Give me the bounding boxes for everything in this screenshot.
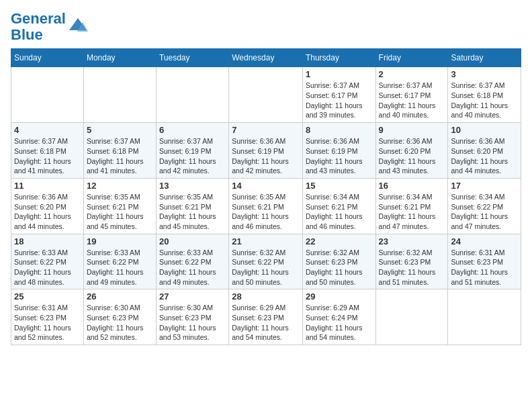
day-info: Sunrise: 6:36 AM Sunset: 6:20 PM Dayligh… [451,136,518,176]
day-number: 4 [14,125,81,135]
day-info: Sunrise: 6:30 AM Sunset: 6:23 PM Dayligh… [87,303,153,342]
calendar-week-row: 11Sunrise: 6:36 AM Sunset: 6:20 PM Dayli… [11,178,521,234]
day-number: 26 [87,291,153,302]
day-number: 2 [379,69,445,79]
day-of-week-header: Wednesday [229,49,303,67]
calendar-cell: 11Sunrise: 6:36 AM Sunset: 6:20 PM Dayli… [11,178,84,234]
calendar-cell: 15Sunrise: 6:34 AM Sunset: 6:21 PM Dayli… [302,178,375,234]
day-of-week-header: Saturday [448,49,521,67]
day-number: 5 [87,125,153,135]
day-number: 29 [306,291,373,302]
calendar-week-row: 1Sunrise: 6:37 AM Sunset: 6:17 PM Daylig… [11,67,521,123]
day-number: 3 [451,69,518,79]
day-info: Sunrise: 6:33 AM Sunset: 6:22 PM Dayligh… [87,248,153,287]
calendar-cell: 8Sunrise: 6:36 AM Sunset: 6:19 PM Daylig… [302,123,375,179]
logo-text: General Blue [11,11,66,43]
calendar-cell: 24Sunrise: 6:31 AM Sunset: 6:23 PM Dayli… [448,234,521,289]
day-info: Sunrise: 6:31 AM Sunset: 6:23 PM Dayligh… [14,303,81,342]
day-number: 6 [159,125,226,135]
calendar-cell: 21Sunrise: 6:32 AM Sunset: 6:22 PM Dayli… [229,234,303,289]
day-number: 9 [379,125,445,135]
day-info: Sunrise: 6:32 AM Sunset: 6:23 PM Dayligh… [306,248,373,287]
day-info: Sunrise: 6:37 AM Sunset: 6:18 PM Dayligh… [14,136,81,176]
day-info: Sunrise: 6:37 AM Sunset: 6:18 PM Dayligh… [451,81,518,120]
day-info: Sunrise: 6:37 AM Sunset: 6:18 PM Dayligh… [87,136,153,176]
calendar-cell: 25Sunrise: 6:31 AM Sunset: 6:23 PM Dayli… [11,289,84,345]
day-number: 20 [159,236,226,246]
day-number: 1 [306,69,373,79]
day-info: Sunrise: 6:33 AM Sunset: 6:22 PM Dayligh… [159,248,226,287]
day-number: 28 [232,291,300,302]
calendar-cell: 13Sunrise: 6:35 AM Sunset: 6:21 PM Dayli… [156,178,228,234]
calendar-cell: 4Sunrise: 6:37 AM Sunset: 6:18 PM Daylig… [11,123,84,179]
day-info: Sunrise: 6:29 AM Sunset: 6:23 PM Dayligh… [232,303,300,342]
day-info: Sunrise: 6:31 AM Sunset: 6:23 PM Dayligh… [451,248,518,287]
day-number: 15 [306,181,373,191]
day-number: 24 [451,236,518,246]
day-info: Sunrise: 6:37 AM Sunset: 6:17 PM Dayligh… [379,81,445,120]
day-info: Sunrise: 6:37 AM Sunset: 6:17 PM Dayligh… [306,81,373,120]
day-of-week-header: Sunday [11,49,84,67]
day-number: 22 [306,236,373,246]
day-info: Sunrise: 6:33 AM Sunset: 6:22 PM Dayligh… [14,248,81,287]
day-number: 11 [14,181,81,191]
calendar-cell: 26Sunrise: 6:30 AM Sunset: 6:23 PM Dayli… [83,289,156,345]
calendar-table: SundayMondayTuesdayWednesdayThursdayFrid… [11,48,521,345]
calendar-cell [11,67,84,123]
day-number: 27 [159,291,226,302]
day-info: Sunrise: 6:32 AM Sunset: 6:22 PM Dayligh… [232,248,300,287]
day-number: 25 [14,291,81,302]
day-of-week-header: Tuesday [156,49,228,67]
calendar-header-row: SundayMondayTuesdayWednesdayThursdayFrid… [11,49,521,67]
day-number: 19 [87,236,153,246]
page-header: General Blue [11,11,521,43]
calendar-week-row: 25Sunrise: 6:31 AM Sunset: 6:23 PM Dayli… [11,289,521,345]
day-number: 23 [379,236,445,246]
day-number: 13 [159,181,226,191]
calendar-cell: 10Sunrise: 6:36 AM Sunset: 6:20 PM Dayli… [448,123,521,179]
calendar-cell: 3Sunrise: 6:37 AM Sunset: 6:18 PM Daylig… [448,67,521,123]
logo-icon [68,17,88,37]
day-number: 16 [379,181,445,191]
calendar-cell: 22Sunrise: 6:32 AM Sunset: 6:23 PM Dayli… [302,234,375,289]
day-info: Sunrise: 6:36 AM Sunset: 6:19 PM Dayligh… [306,136,373,176]
day-of-week-header: Thursday [302,49,375,67]
calendar-cell: 14Sunrise: 6:35 AM Sunset: 6:21 PM Dayli… [229,178,303,234]
calendar-cell: 1Sunrise: 6:37 AM Sunset: 6:17 PM Daylig… [302,67,375,123]
day-info: Sunrise: 6:36 AM Sunset: 6:19 PM Dayligh… [232,136,300,176]
calendar-cell: 23Sunrise: 6:32 AM Sunset: 6:23 PM Dayli… [375,234,448,289]
calendar-cell: 19Sunrise: 6:33 AM Sunset: 6:22 PM Dayli… [83,234,156,289]
calendar-cell [229,67,303,123]
calendar-cell: 28Sunrise: 6:29 AM Sunset: 6:23 PM Dayli… [229,289,303,345]
logo: General Blue [11,11,88,43]
calendar-week-row: 18Sunrise: 6:33 AM Sunset: 6:22 PM Dayli… [11,234,521,289]
day-info: Sunrise: 6:35 AM Sunset: 6:21 PM Dayligh… [159,192,226,232]
calendar-cell [156,67,228,123]
day-info: Sunrise: 6:34 AM Sunset: 6:21 PM Dayligh… [379,192,445,232]
day-number: 8 [306,125,373,135]
day-number: 18 [14,236,81,246]
calendar-cell: 12Sunrise: 6:35 AM Sunset: 6:21 PM Dayli… [83,178,156,234]
day-number: 7 [232,125,300,135]
day-info: Sunrise: 6:36 AM Sunset: 6:20 PM Dayligh… [14,192,81,232]
calendar-cell: 7Sunrise: 6:36 AM Sunset: 6:19 PM Daylig… [229,123,303,179]
day-of-week-header: Friday [375,49,448,67]
day-info: Sunrise: 6:36 AM Sunset: 6:20 PM Dayligh… [379,136,445,176]
calendar-cell [83,67,156,123]
day-info: Sunrise: 6:34 AM Sunset: 6:22 PM Dayligh… [451,192,518,232]
calendar-cell: 18Sunrise: 6:33 AM Sunset: 6:22 PM Dayli… [11,234,84,289]
day-number: 14 [232,181,300,191]
calendar-cell: 29Sunrise: 6:29 AM Sunset: 6:24 PM Dayli… [302,289,375,345]
day-info: Sunrise: 6:35 AM Sunset: 6:21 PM Dayligh… [87,192,153,232]
calendar-cell [448,289,521,345]
day-info: Sunrise: 6:37 AM Sunset: 6:19 PM Dayligh… [159,136,226,176]
calendar-cell: 20Sunrise: 6:33 AM Sunset: 6:22 PM Dayli… [156,234,228,289]
calendar-cell: 9Sunrise: 6:36 AM Sunset: 6:20 PM Daylig… [375,123,448,179]
calendar-cell: 6Sunrise: 6:37 AM Sunset: 6:19 PM Daylig… [156,123,228,179]
day-number: 12 [87,181,153,191]
day-info: Sunrise: 6:35 AM Sunset: 6:21 PM Dayligh… [232,192,300,232]
day-info: Sunrise: 6:32 AM Sunset: 6:23 PM Dayligh… [379,248,445,287]
day-info: Sunrise: 6:34 AM Sunset: 6:21 PM Dayligh… [306,192,373,232]
calendar-cell: 5Sunrise: 6:37 AM Sunset: 6:18 PM Daylig… [83,123,156,179]
calendar-cell: 2Sunrise: 6:37 AM Sunset: 6:17 PM Daylig… [375,67,448,123]
